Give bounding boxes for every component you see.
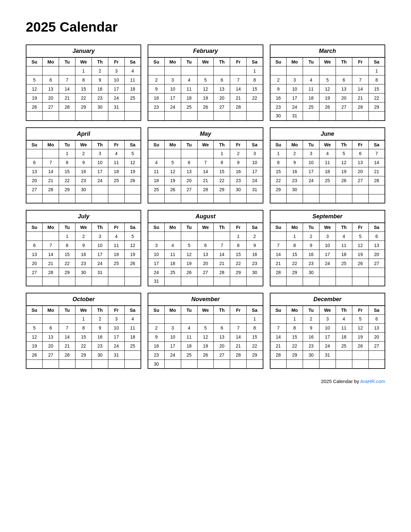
day-cell: 21 xyxy=(59,341,75,350)
week-row: 2345678 xyxy=(148,323,263,332)
day-cell: 5 xyxy=(336,149,352,158)
day-cell xyxy=(270,232,287,241)
day-cell: 19 xyxy=(352,250,368,259)
day-cell: 5 xyxy=(319,75,336,84)
day-cell: 16 xyxy=(287,167,303,176)
week-row: 3456789 xyxy=(148,241,263,250)
day-cell: 19 xyxy=(181,259,197,268)
day-cell: 7 xyxy=(368,149,385,158)
day-cell: 13 xyxy=(214,332,230,341)
day-cell: 6 xyxy=(26,241,43,250)
day-cell: 29 xyxy=(59,268,75,277)
day-cell: 1 xyxy=(368,66,385,75)
day-cell: 30 xyxy=(92,350,108,360)
week-row: 19202122232425 xyxy=(26,94,141,103)
day-cell: 25 xyxy=(181,103,197,112)
day-cell: 3 xyxy=(108,314,124,323)
month-table-march: MarchSuMoTuWeThFrSa123456789101112131415… xyxy=(270,44,385,121)
day-header-sa: Sa xyxy=(124,140,141,149)
day-cell: 17 xyxy=(287,94,303,103)
day-cell: 16 xyxy=(303,332,319,341)
day-cell xyxy=(319,185,336,194)
day-cell xyxy=(75,194,92,203)
day-cell: 29 xyxy=(270,185,287,194)
day-cell: 18 xyxy=(319,167,336,176)
day-cell xyxy=(197,360,214,369)
day-cell: 4 xyxy=(336,232,352,241)
day-cell: 27 xyxy=(336,103,352,112)
day-cell: 30 xyxy=(287,185,303,194)
day-cell: 26 xyxy=(26,103,43,112)
day-header-fr: Fr xyxy=(108,306,124,315)
day-cell: 10 xyxy=(164,332,181,341)
day-cell: 5 xyxy=(197,323,214,332)
day-cell: 9 xyxy=(75,241,92,250)
day-cell: 24 xyxy=(108,341,124,350)
day-cell xyxy=(247,194,263,203)
day-cell: 29 xyxy=(230,268,247,277)
day-cell xyxy=(75,277,92,286)
day-cell xyxy=(197,149,214,158)
day-cell: 8 xyxy=(287,241,303,250)
day-cell xyxy=(214,277,230,286)
day-cell: 26 xyxy=(181,268,197,277)
day-cell xyxy=(247,360,263,369)
day-cell: 26 xyxy=(352,341,368,350)
day-cell: 27 xyxy=(368,259,385,268)
day-cell xyxy=(287,360,303,369)
day-cell xyxy=(124,112,141,121)
day-header-th: Th xyxy=(92,140,108,149)
day-cell xyxy=(108,185,124,194)
day-cell: 8 xyxy=(270,158,287,167)
day-cell: 7 xyxy=(270,241,287,250)
day-cell: 27 xyxy=(368,341,385,350)
week-row: 13141516171819 xyxy=(26,250,141,259)
week-row: 6789101112 xyxy=(26,241,141,250)
day-cell xyxy=(164,149,181,158)
day-cell: 11 xyxy=(336,323,352,332)
day-cell: 30 xyxy=(148,360,164,369)
day-cell: 10 xyxy=(303,158,319,167)
day-cell: 6 xyxy=(26,158,43,167)
day-cell: 7 xyxy=(214,241,230,250)
day-cell: 25 xyxy=(336,259,352,268)
day-cell: 27 xyxy=(43,103,59,112)
day-cell: 21 xyxy=(43,259,59,268)
day-header-su: Su xyxy=(148,223,164,232)
day-header-sa: Sa xyxy=(247,57,263,66)
day-cell xyxy=(148,194,164,203)
day-cell: 13 xyxy=(26,167,43,176)
day-cell xyxy=(270,314,287,323)
day-cell: 27 xyxy=(214,103,230,112)
day-header-su: Su xyxy=(148,306,164,315)
day-cell: 13 xyxy=(336,84,352,94)
day-cell: 21 xyxy=(270,259,287,268)
day-header-mo: Mo xyxy=(164,223,181,232)
day-cell: 9 xyxy=(148,84,164,94)
day-cell: 4 xyxy=(303,75,319,84)
day-header-mo: Mo xyxy=(164,306,181,315)
day-cell: 22 xyxy=(75,94,92,103)
week-row: 9101112131415 xyxy=(148,84,263,94)
day-cell: 18 xyxy=(108,250,124,259)
day-cell xyxy=(26,112,43,121)
day-cell xyxy=(108,268,124,277)
week-row: 1 xyxy=(270,66,385,75)
day-cell: 23 xyxy=(75,259,92,268)
day-header-su: Su xyxy=(26,223,43,232)
day-cell xyxy=(319,112,336,121)
day-cell: 21 xyxy=(59,94,75,103)
day-cell xyxy=(124,350,141,360)
day-cell: 16 xyxy=(75,167,92,176)
day-cell: 3 xyxy=(247,149,263,158)
day-cell: 13 xyxy=(181,167,197,176)
day-cell: 29 xyxy=(214,185,230,194)
day-cell: 7 xyxy=(59,75,75,84)
day-cell: 23 xyxy=(303,341,319,350)
day-cell: 6 xyxy=(214,323,230,332)
day-cell: 15 xyxy=(75,84,92,94)
footer-link[interactable]: AraHR.com xyxy=(360,379,385,384)
day-cell: 16 xyxy=(92,84,108,94)
day-cell: 17 xyxy=(108,332,124,341)
day-cell: 16 xyxy=(148,94,164,103)
